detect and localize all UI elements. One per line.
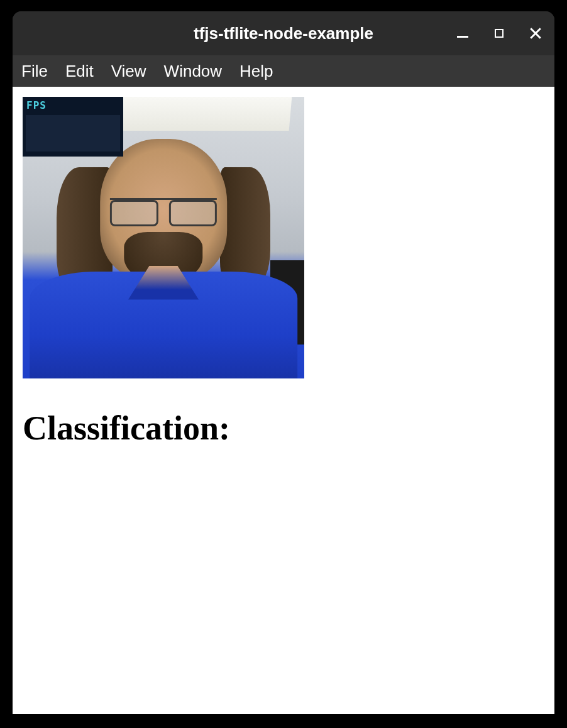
window-controls	[455, 11, 543, 55]
fps-label: FPS	[23, 97, 123, 114]
maximize-button[interactable]	[492, 26, 507, 41]
fps-chart	[26, 115, 120, 152]
content-area: FPS Classification:	[13, 87, 554, 714]
close-button[interactable]	[528, 26, 543, 41]
menu-view[interactable]: View	[110, 59, 148, 84]
webcam-container: FPS	[23, 97, 304, 378]
menu-window[interactable]: Window	[163, 59, 223, 84]
menubar: File Edit View Window Help	[13, 55, 554, 87]
person-glasses	[110, 198, 217, 226]
app-window: tfjs-tflite-node-example File Edit View …	[13, 11, 554, 714]
fps-overlay: FPS	[23, 97, 123, 157]
minimize-icon	[457, 36, 468, 38]
menu-edit[interactable]: Edit	[64, 59, 95, 84]
menu-help[interactable]: Help	[238, 59, 274, 84]
close-icon	[529, 27, 542, 40]
maximize-icon	[495, 29, 504, 38]
person-hair-right	[220, 167, 271, 285]
classification-heading: Classification:	[23, 409, 544, 448]
glasses-lens-right	[169, 200, 217, 226]
glasses-lens-left	[110, 200, 158, 226]
window-title: tfjs-tflite-node-example	[194, 24, 373, 43]
minimize-button[interactable]	[455, 26, 470, 41]
background-light	[119, 97, 291, 131]
titlebar[interactable]: tfjs-tflite-node-example	[13, 11, 554, 55]
menu-file[interactable]: File	[20, 59, 49, 84]
